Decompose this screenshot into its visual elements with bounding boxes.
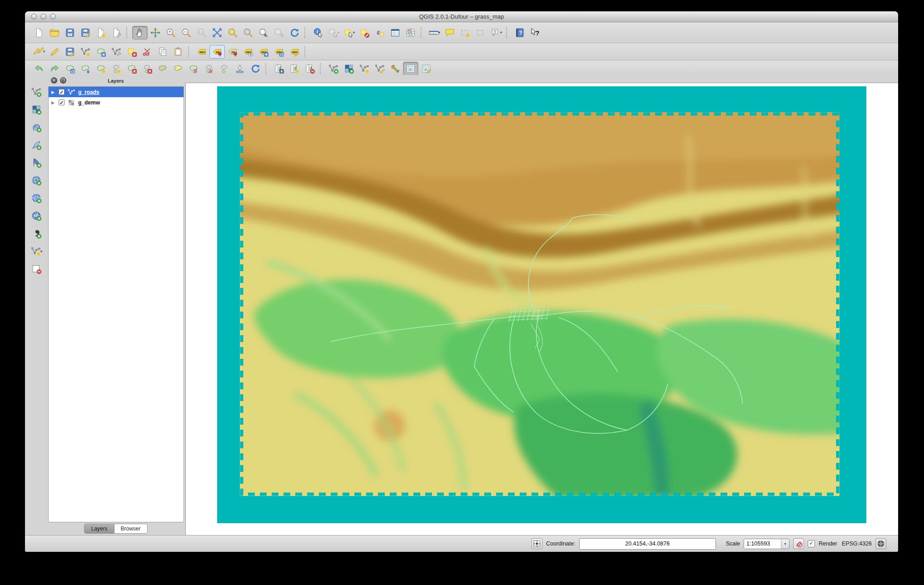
new-bookmark-button[interactable]: [457, 26, 473, 40]
coordinate-input[interactable]: [579, 538, 716, 550]
rotate-point-symbols-button[interactable]: [248, 62, 263, 75]
layer-item-g_roads[interactable]: ▶✓g_roads: [49, 87, 184, 97]
save-project-button[interactable]: [62, 26, 78, 40]
zoom-window-button[interactable]: [50, 14, 56, 20]
new-shapefile-layer-dropdown-arrow[interactable]: ▾: [40, 249, 42, 253]
zoom-out-button[interactable]: −: [179, 26, 194, 40]
new-shapefile-layer-button[interactable]: ▾: [29, 244, 44, 258]
layer-expand-icon[interactable]: ▶: [51, 100, 56, 105]
scale-input[interactable]: [744, 539, 781, 549]
layer-visibility-checkbox[interactable]: ✓: [59, 89, 65, 95]
refresh-map-button[interactable]: [287, 26, 302, 40]
close-mapset-button[interactable]: [302, 62, 318, 75]
measure-dropdown-arrow[interactable]: ▾: [438, 30, 440, 35]
display-grass-region-button[interactable]: [403, 62, 418, 75]
open-project-button[interactable]: [47, 26, 62, 40]
add-delimited-text-layer-button[interactable]: [29, 227, 44, 240]
pan-to-selection-button[interactable]: [148, 26, 163, 40]
add-wcs-layer-button[interactable]: [29, 191, 44, 205]
text-annotation-dropdown-arrow[interactable]: ▾: [500, 30, 502, 35]
map-tips-button[interactable]: [442, 26, 457, 40]
select-features-button[interactable]: ▾: [341, 26, 357, 40]
add-vector-layer-button[interactable]: [29, 85, 44, 99]
layer-visibility-checkbox[interactable]: ✓: [59, 99, 65, 105]
create-grass-vector-button[interactable]: [357, 62, 372, 75]
minimize-window-button[interactable]: [40, 14, 46, 20]
layer-expand-icon[interactable]: ▶: [51, 90, 56, 94]
rotate-label-button[interactable]: abc: [271, 45, 287, 59]
zoom-in-button[interactable]: +: [163, 26, 179, 40]
split-parts-button[interactable]: [201, 62, 217, 75]
render-checkbox[interactable]: ✓: [808, 540, 815, 547]
toggle-editing-button[interactable]: [47, 45, 62, 59]
field-calculator-button[interactable]: [403, 26, 418, 40]
merge-features-button[interactable]: [217, 62, 232, 75]
composer-manager-button[interactable]: [109, 26, 124, 40]
add-grass-vector-layer-button[interactable]: [326, 62, 341, 75]
delete-selected-button[interactable]: [124, 45, 139, 59]
close-window-button[interactable]: [31, 14, 37, 20]
panel-tab-browser[interactable]: Browser: [114, 524, 148, 534]
save-layer-edits-button[interactable]: [62, 45, 78, 59]
show-bookmarks-button[interactable]: [473, 26, 488, 40]
zoom-full-button[interactable]: [209, 26, 225, 40]
identify-features-button[interactable]: i: [310, 26, 326, 40]
rotate-feature-button[interactable]: [62, 62, 78, 75]
mouse-position-toggle-button[interactable]: [532, 538, 542, 549]
edit-grass-vector-button[interactable]: [372, 62, 387, 75]
change-label-button[interactable]: abc: [287, 45, 302, 59]
add-wms-layer-button[interactable]: [29, 174, 44, 187]
cut-features-button[interactable]: [139, 45, 155, 59]
open-mapset-button[interactable]: [271, 62, 287, 75]
add-raster-layer-button[interactable]: [29, 103, 44, 116]
simplify-feature-button[interactable]: [78, 62, 93, 75]
add-ring-button[interactable]: [93, 62, 109, 75]
move-label-button[interactable]: abc: [256, 45, 271, 59]
add-wfs-layer-button[interactable]: [29, 209, 44, 223]
zoom-last-button[interactable]: [256, 26, 271, 40]
measure-button[interactable]: ▾: [427, 26, 442, 40]
crs-status-button[interactable]: [875, 538, 886, 549]
delete-part-button[interactable]: [139, 62, 155, 75]
zoom-to-selection-button[interactable]: [225, 26, 240, 40]
reshape-features-button[interactable]: [232, 62, 248, 75]
new-mapset-button[interactable]: [287, 62, 302, 75]
remove-layer-button[interactable]: [29, 262, 44, 276]
delete-ring-button[interactable]: [124, 62, 139, 75]
node-tool-button[interactable]: [109, 45, 124, 59]
whats-this-button[interactable]: ?: [527, 26, 543, 40]
new-project-button[interactable]: [31, 26, 47, 40]
pin-unpin-labels-button[interactable]: ab: [209, 45, 225, 59]
add-part-button[interactable]: [109, 62, 124, 75]
deselect-all-button[interactable]: [357, 26, 372, 40]
move-feature-button[interactable]: [93, 45, 109, 59]
redo-button[interactable]: [47, 62, 62, 75]
add-postgis-layer-button[interactable]: [29, 120, 44, 134]
edit-grass-region-button[interactable]: [418, 62, 434, 75]
zoom-to-layer-button[interactable]: [240, 26, 256, 40]
show-hide-labels-button[interactable]: abc: [240, 45, 256, 59]
open-grass-tools-button[interactable]: [387, 62, 403, 75]
current-edits-dropdown-arrow[interactable]: ▾: [43, 50, 45, 54]
scale-dropdown-button[interactable]: ▾: [781, 539, 789, 549]
add-spatialite-layer-button[interactable]: [29, 138, 44, 152]
fill-ring-button[interactable]: [155, 62, 170, 75]
split-features-button[interactable]: [186, 62, 201, 75]
copy-features-button[interactable]: [155, 45, 170, 59]
window-resize-grip[interactable]: [890, 544, 897, 550]
scale-combo[interactable]: ▾: [744, 539, 790, 549]
add-feature-button[interactable]: [78, 45, 93, 59]
stop-render-button[interactable]: [793, 538, 804, 549]
panel-tab-layers[interactable]: Layers: [84, 524, 114, 534]
current-edits-button[interactable]: ▾: [31, 45, 47, 59]
panel-float-button[interactable]: ❐: [60, 77, 66, 84]
run-feature-action-dropdown-arrow[interactable]: ▾: [338, 30, 339, 35]
map-canvas[interactable]: [185, 83, 898, 535]
highlight-pinned-labels-button[interactable]: ab: [225, 45, 240, 59]
select-features-dropdown-arrow[interactable]: ▾: [353, 30, 355, 35]
layer-item-g_demw[interactable]: ▶✓g_demw: [49, 97, 184, 108]
text-annotation-button[interactable]: T▾: [488, 26, 504, 40]
undo-button[interactable]: [31, 62, 47, 75]
add-grass-raster-layer-button[interactable]: [341, 62, 357, 75]
offset-curve-button[interactable]: [170, 62, 186, 75]
